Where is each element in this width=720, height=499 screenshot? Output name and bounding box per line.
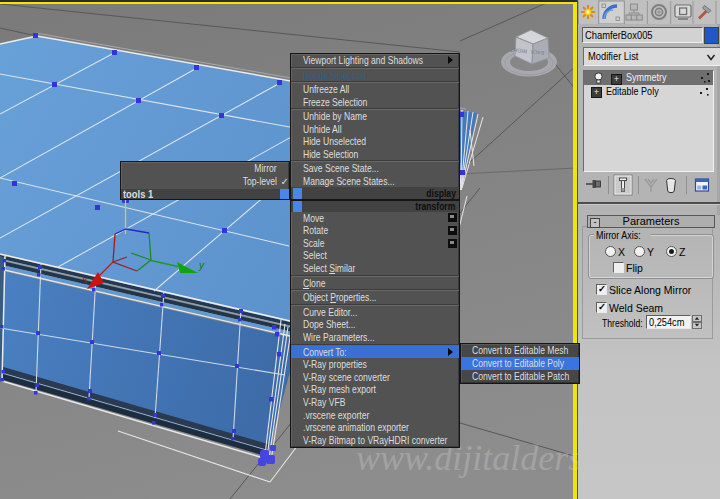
svg-text:BACK: BACK (530, 49, 545, 56)
svg-text:x: x (81, 275, 88, 286)
svg-text:y: y (198, 260, 205, 271)
